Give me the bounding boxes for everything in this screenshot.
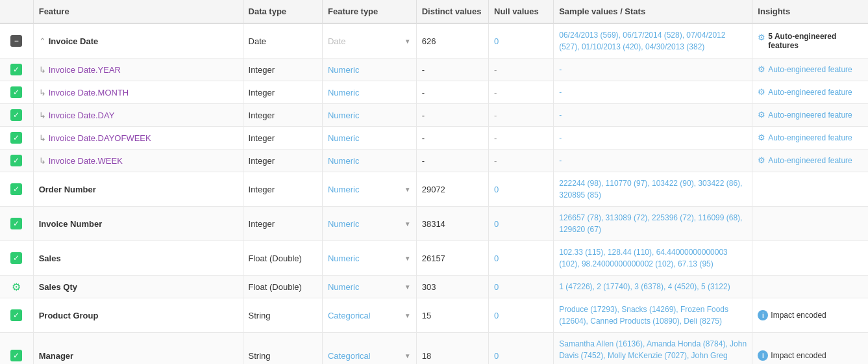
datatype-value: Integer bbox=[249, 88, 275, 98]
header-null: Null values bbox=[489, 0, 554, 23]
checkbox-checked-icon[interactable]: ✓ bbox=[10, 132, 22, 144]
indent-arrow: ↳ bbox=[39, 65, 46, 75]
datatype-cell: Integer bbox=[243, 150, 322, 172]
checkbox-cell[interactable]: ✓ bbox=[0, 333, 33, 365]
table-row: ✓↳Invoice Date.MONTHIntegerNumeric--- ⚙ … bbox=[0, 81, 868, 104]
dropdown-arrow-icon[interactable]: ▼ bbox=[404, 312, 411, 319]
checkbox-cell[interactable]: ✓ bbox=[0, 127, 33, 150]
featuretype-wrapper: Categorical▼ bbox=[328, 351, 411, 361]
null-cell: - bbox=[489, 127, 554, 150]
null-value: 0 bbox=[494, 311, 499, 320]
dropdown-arrow-icon[interactable]: ▼ bbox=[404, 186, 411, 193]
null-value: 0 bbox=[494, 351, 499, 361]
checkbox-checked-icon[interactable]: ✓ bbox=[10, 64, 22, 75]
insights-cell: ⚙ 5 Auto-engineered features bbox=[752, 23, 868, 58]
feature-name: Invoice Date.YEAR bbox=[49, 65, 121, 75]
checkbox-cell[interactable]: ✓ bbox=[0, 207, 33, 241]
checkbox-cell[interactable]: ✓ bbox=[0, 150, 33, 172]
table-row: ✓↳Invoice Date.YEARIntegerNumeric--- ⚙ A… bbox=[0, 58, 868, 81]
checkbox-checked-icon[interactable]: ✓ bbox=[10, 86, 22, 98]
table-row: ✓Order NumberIntegerNumeric▼290720222244… bbox=[0, 172, 868, 207]
sample-cell: 102.33 (115), 128.44 (110), 64.440000000… bbox=[554, 241, 752, 276]
checkbox-checked-icon[interactable]: ✓ bbox=[10, 309, 22, 321]
sample-value: 222244 (98), 110770 (97), 103422 (90), 3… bbox=[559, 179, 742, 200]
insights-cell bbox=[752, 207, 868, 241]
auto-engineered-icon: ⚙ bbox=[758, 32, 765, 42]
header-distinct: Distinct values bbox=[416, 0, 488, 23]
insights-cell: ⚙ Auto-engineered feature bbox=[752, 104, 868, 127]
dropdown-arrow-icon[interactable]: ▼ bbox=[404, 255, 411, 262]
insights-auto-link: ⚙ Auto-engineered feature bbox=[758, 132, 863, 144]
checkbox-checked-icon[interactable]: ✓ bbox=[10, 252, 22, 264]
featuretype-value: Numeric bbox=[328, 254, 359, 263]
datatype-cell: Integer bbox=[243, 127, 322, 150]
checkbox-cell[interactable]: − bbox=[0, 23, 33, 58]
sample-cell: 126657 (78), 313089 (72), 225396 (72), 1… bbox=[554, 207, 752, 241]
datatype-value: String bbox=[249, 351, 271, 361]
insights-cell: ⚙ Auto-engineered feature bbox=[752, 58, 868, 81]
datatype-value: Float (Double) bbox=[249, 254, 302, 263]
checkbox-cell[interactable]: ✓ bbox=[0, 241, 33, 276]
checkbox-cell[interactable]: ⚙ bbox=[0, 276, 33, 298]
insights-text: Impact encoded bbox=[771, 351, 826, 360]
feature-name: Invoice Date.WEEK bbox=[49, 156, 123, 166]
datatype-cell: Float (Double) bbox=[243, 241, 322, 276]
featuretype-cell: Categorical▼ bbox=[322, 333, 416, 365]
info-circle-icon: i bbox=[758, 350, 768, 361]
sample-value: - bbox=[559, 156, 562, 165]
checkbox-checked-icon[interactable]: ✓ bbox=[10, 183, 22, 195]
insights-impact: i Impact encoded bbox=[758, 350, 863, 361]
null-cell: 0 bbox=[489, 172, 554, 207]
distinct-value: - bbox=[422, 65, 425, 75]
table-row: ✓ManagerStringCategorical▼180Samantha Al… bbox=[0, 333, 868, 365]
dropdown-arrow-icon[interactable]: ▼ bbox=[404, 38, 411, 45]
null-cell: - bbox=[489, 81, 554, 104]
datatype-cell: Integer bbox=[243, 172, 322, 207]
distinct-value: 626 bbox=[422, 36, 436, 46]
null-cell: - bbox=[489, 150, 554, 172]
checkbox-cell[interactable]: ✓ bbox=[0, 58, 33, 81]
datatype-cell: Integer bbox=[243, 81, 322, 104]
checkbox-checked-icon[interactable]: ✓ bbox=[10, 155, 22, 166]
expand-arrow[interactable]: ⌃ bbox=[39, 36, 46, 46]
indent-arrow: ↳ bbox=[39, 156, 46, 166]
feature-name: Sales bbox=[39, 254, 61, 263]
null-cell: 0 bbox=[489, 23, 554, 58]
checkbox-checked-icon[interactable]: ✓ bbox=[10, 350, 22, 361]
insights-auto-link: ⚙ Auto-engineered feature bbox=[758, 64, 863, 75]
insights-text: Auto-engineered feature bbox=[768, 109, 852, 121]
datatype-cell: Date bbox=[243, 23, 322, 58]
checkbox-cell[interactable]: ✓ bbox=[0, 298, 33, 333]
distinct-value: - bbox=[422, 110, 425, 120]
dropdown-arrow-icon[interactable]: ▼ bbox=[404, 352, 411, 359]
checkbox-cell[interactable]: ✓ bbox=[0, 81, 33, 104]
checkbox-minus-icon[interactable]: − bbox=[10, 35, 22, 47]
distinct-value: 15 bbox=[422, 311, 431, 320]
datatype-value: Integer bbox=[249, 156, 275, 166]
featuretype-value: Numeric bbox=[328, 282, 359, 292]
target-icon[interactable]: ⚙ bbox=[10, 281, 22, 292]
sample-value: 102.33 (115), 128.44 (110), 64.440000000… bbox=[559, 248, 728, 268]
table-row: ✓SalesFloat (Double)Numeric▼261570102.33… bbox=[0, 241, 868, 276]
table-row: ✓Invoice NumberIntegerNumeric▼3831401266… bbox=[0, 207, 868, 241]
insights-text: Auto-engineered feature bbox=[768, 86, 852, 98]
checkbox-checked-icon[interactable]: ✓ bbox=[10, 109, 22, 121]
distinct-cell: 38314 bbox=[416, 207, 488, 241]
distinct-cell: 15 bbox=[416, 298, 488, 333]
indent-arrow: ↳ bbox=[39, 110, 46, 120]
auto-link-icon: ⚙ bbox=[758, 110, 765, 120]
datatype-value: Float (Double) bbox=[249, 282, 302, 292]
checkbox-checked-icon[interactable]: ✓ bbox=[10, 218, 22, 229]
distinct-value: 38314 bbox=[422, 219, 445, 229]
featuretype-value: Numeric bbox=[328, 88, 359, 98]
checkbox-cell[interactable]: ✓ bbox=[0, 104, 33, 127]
dropdown-arrow-icon[interactable]: ▼ bbox=[404, 220, 411, 228]
featuretype-value: Categorical bbox=[328, 311, 371, 320]
dropdown-arrow-icon[interactable]: ▼ bbox=[404, 283, 411, 291]
featuretype-cell: Numeric bbox=[322, 104, 416, 127]
feature-name: Invoice Date.DAY bbox=[49, 110, 115, 120]
null-value: 0 bbox=[494, 282, 499, 292]
datatype-value: Integer bbox=[249, 133, 275, 143]
checkbox-cell[interactable]: ✓ bbox=[0, 172, 33, 207]
datatype-cell: Integer bbox=[243, 58, 322, 81]
